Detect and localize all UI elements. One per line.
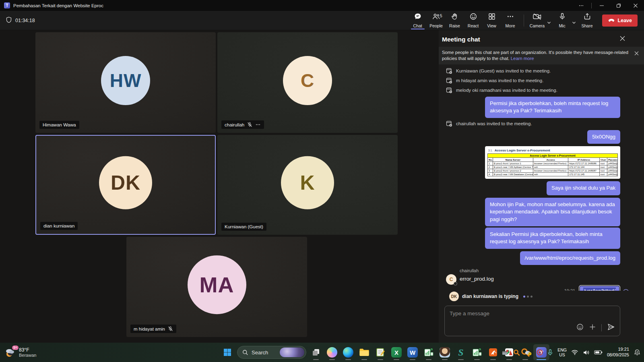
selected-sent-bubble[interactable]: /var/log/httpd/ (579, 285, 620, 291)
caption-number: 3.1. (488, 149, 493, 152)
taskbar-app-task-view[interactable] (308, 344, 324, 360)
camera-options-chevron-icon[interactable] (547, 11, 553, 30)
spiral-app-icon: S (456, 347, 466, 358)
table-cell: 2 (488, 165, 493, 169)
notification-bell-icon[interactable] (634, 349, 641, 356)
toolbar-chat-button[interactable]: Chat (409, 11, 427, 30)
invite-event-icon (446, 77, 452, 84)
meeting-event-row: m hidayat amin was invited to the meetin… (446, 77, 620, 84)
wifi-icon[interactable] (571, 350, 578, 355)
toolbar-view-button[interactable]: View (483, 11, 501, 30)
table-cell: 172.17.11.144 (568, 165, 600, 169)
toolbar-mic-button[interactable]: Mic (553, 11, 572, 30)
window-title: Pembahasan Terkait dengan Website Eproc (13, 3, 103, 8)
participant-name: chairullah (225, 122, 244, 127)
toolbar-raise-button[interactable]: Raise (446, 11, 464, 30)
participant-tile-c[interactable]: Cchairullah (217, 32, 398, 133)
taskbar-app-profile-photo[interactable] (437, 344, 453, 360)
tray-record-icon[interactable] (537, 349, 543, 356)
file-explorer-icon (359, 348, 369, 357)
tile-more-icon[interactable] (255, 122, 261, 127)
participant-name: dian kurniawan (43, 223, 74, 228)
taskbar-app-edge[interactable] (340, 344, 356, 360)
start-button[interactable] (219, 344, 235, 360)
toolbar-react-button[interactable]: React (464, 11, 483, 30)
tray-window-pin-icon[interactable] (502, 350, 509, 356)
language-indicator[interactable]: ENG US (557, 348, 567, 357)
participant-tile-k[interactable]: KKurniawan (Guest) (217, 135, 398, 235)
taskbar-app-stats-doc[interactable] (421, 344, 437, 360)
sent-message-bubble[interactable]: 5lx0ONgg (587, 130, 620, 144)
sent-message-bubble[interactable]: Saya ijin sholat dulu ya Pak (547, 181, 620, 195)
toolbar-react-label: React (468, 23, 479, 28)
toolbar-share-label: Share (582, 23, 593, 28)
tray-chevron-up-icon[interactable] (492, 350, 497, 355)
running-indicator (329, 359, 335, 360)
tray-cloud-warning-icon[interactable] (524, 350, 532, 356)
shared-image-message[interactable]: 3.1.Access Login Server e-ProcurementAcc… (485, 146, 620, 179)
meeting-event-row: Kurniawan (Guest) was invited to the mee… (446, 68, 620, 74)
mic-off-icon (168, 326, 173, 331)
participant-tile-dk[interactable]: DKdian kurniawan (35, 135, 216, 235)
taskbar-app-file-explorer[interactable] (356, 344, 372, 360)
taskbar-app-word[interactable]: W (405, 344, 421, 360)
search-label: Search (252, 350, 277, 356)
send-icon[interactable] (607, 323, 615, 333)
toolbar-share-button[interactable]: Share (578, 11, 597, 30)
participant-tile-hw[interactable]: HWHimawan Wawa (35, 32, 216, 133)
toolbar-camera-button[interactable]: Camera (528, 11, 547, 30)
invite-event-icon (446, 87, 452, 93)
window-minimize-button[interactable] (593, 0, 610, 11)
leave-label: Leave (618, 18, 632, 23)
chat-close-icon[interactable] (619, 35, 625, 43)
banner-close-icon[interactable] (634, 51, 639, 58)
video-grid: HWHimawan WawaCchairullahDKdian kurniawa… (0, 30, 439, 343)
toolbar-people-button[interactable]: 5People (427, 11, 446, 30)
taskbar-app-notes-editor[interactable] (372, 344, 388, 360)
toolbar-camera-label: Camera (530, 23, 545, 28)
taskbar-app-excel[interactable]: X (388, 344, 405, 360)
sent-message-bubble[interactable]: Sekalian Permisi jika diperbolehkan, bol… (485, 228, 620, 249)
typing-text: dian kurniawan is typing (462, 294, 518, 299)
table-column-header: No. (488, 158, 493, 162)
toolbar-more-button[interactable]: More (501, 11, 520, 30)
participant-avatar: C (283, 56, 332, 105)
taskbar-search[interactable]: Search (237, 346, 306, 359)
tray-microphone-icon[interactable] (547, 349, 553, 356)
clock[interactable]: 19:21 08/09/2025 (607, 347, 629, 358)
participant-name-label: chairullah (221, 120, 264, 129)
sent-message-bubble[interactable]: /var/www/html/eproc/requests_prod.log (520, 251, 620, 265)
window-more-button[interactable] (573, 0, 590, 11)
sent-message-bubble[interactable]: Permisi jika diperbolehkan, boleh minta … (485, 97, 620, 118)
leave-button[interactable]: Leave (602, 14, 638, 27)
attach-plus-icon[interactable] (589, 323, 596, 332)
participant-tile-ma[interactable]: MAm hidayat amin (126, 237, 307, 337)
table-column-header: Nama Server (493, 158, 533, 162)
taskbar-app-copilot[interactable] (324, 344, 340, 360)
view-icon (488, 12, 496, 22)
message-input[interactable] (445, 306, 620, 321)
timer-value: 01:34:18 (15, 18, 35, 23)
taskbar-app-stats-doc-2[interactable] (469, 344, 485, 360)
shield-icon (6, 17, 12, 25)
mic-options-chevron-icon[interactable] (572, 11, 578, 30)
invite-event-icon (446, 68, 452, 74)
table-row: 1E-proc1-front / proxmox 1browser (recom… (488, 162, 618, 165)
taskbar-app-spiral-app[interactable]: S (453, 344, 469, 360)
chat-message-list: Kurniawan (Guest) was invited to the mee… (439, 64, 644, 291)
window-close-button[interactable] (627, 0, 644, 11)
search-highlight-image (280, 348, 305, 357)
volume-icon[interactable] (583, 350, 590, 356)
tray-search-orange-icon[interactable] (513, 349, 520, 356)
chat-header: Meeting chat (439, 30, 644, 47)
participant-name: m hidayat amin (134, 327, 165, 331)
weather-widget[interactable]: 9+ 83°F Berawan (4, 347, 36, 358)
emoji-icon[interactable] (576, 323, 584, 332)
table-cell: root (599, 169, 607, 173)
received-message[interactable]: chairullahCerror_prod.log (446, 268, 494, 285)
battery-icon[interactable] (594, 350, 603, 355)
sent-message-bubble[interactable]: Mohon ijin Pak, mohon maaf sebelumnya. k… (485, 198, 620, 226)
table-title: Access Login Server e-Procurement (488, 154, 618, 158)
window-maximize-button[interactable] (610, 0, 627, 11)
learn-more-link[interactable]: Learn more (511, 56, 534, 61)
